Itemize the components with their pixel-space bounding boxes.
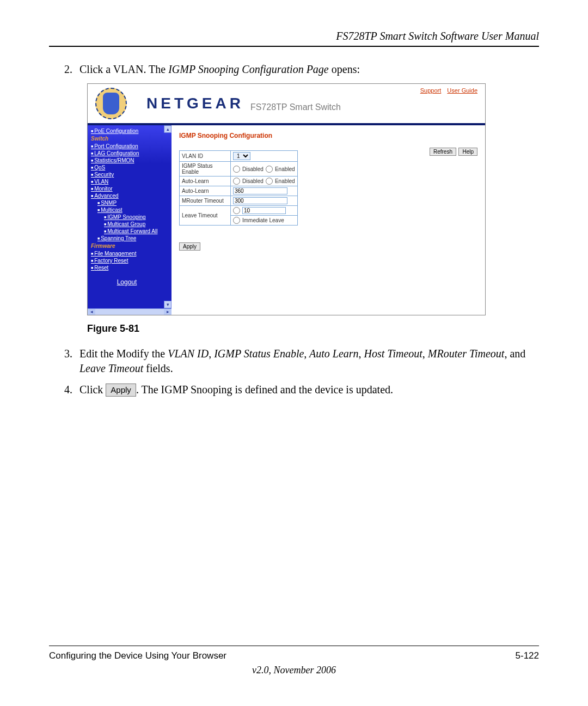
s3j: Leave Timeout [79, 362, 143, 374]
s3d: IGMP Status Enable, Auto Learn [214, 348, 358, 360]
content-title: IGMP Snooping Configuration [179, 132, 477, 139]
footer-left: Configuring the Device Using Your Browse… [49, 650, 226, 661]
step3-number: 3. [64, 346, 79, 376]
scroll-down-icon[interactable]: ▾ [164, 301, 171, 308]
s3a: Edit the Modify the [79, 348, 168, 360]
s3k: fields. [143, 362, 173, 374]
sidebar-item-poe-configuration[interactable]: PoE Configuration [91, 127, 163, 135]
sidebar-item-statistics-rmon[interactable]: Statistics/RMON [91, 157, 163, 164]
s3b: VLAN ID [168, 348, 209, 360]
step2-text-b: IGMP Snooping Configuration Page [168, 63, 329, 75]
host-timeout-label: Auto-Learn [180, 186, 231, 196]
scroll-h[interactable]: ◂ ▸ [88, 308, 171, 315]
screenshot-header: NETGEAR FS728TP Smart Switch Support Use… [88, 84, 485, 123]
step2-number: 2. [64, 62, 79, 77]
auto-learn-enabled-radio[interactable] [266, 178, 273, 185]
netgear-logo [95, 88, 127, 119]
step4-body: Click Apply. The IGMP Snooping is define… [79, 382, 539, 397]
user-guide-link[interactable]: User Guide [447, 87, 477, 94]
apply-button[interactable]: Apply [179, 242, 200, 251]
refresh-button[interactable]: Refresh [430, 148, 456, 156]
sidebar-item-vlan[interactable]: VLAN [91, 178, 163, 185]
sidebar-item-multicast-group[interactable]: Multicast Group [91, 221, 163, 228]
igmp-status-disabled-label: Disabled [242, 166, 264, 172]
igmp-status-enabled-label: Enabled [275, 166, 295, 172]
sidebar-item-snmp[interactable]: SNMP [91, 199, 163, 206]
footer: Configuring the Device Using Your Browse… [49, 646, 539, 676]
igmp-status-disabled-radio[interactable] [233, 166, 240, 173]
footer-right: 5-122 [516, 650, 539, 661]
sidebar-item-igmp-snooping[interactable]: IGMP Snooping [91, 214, 163, 221]
mrouter-timeout-input[interactable] [233, 197, 287, 204]
sidebar-item-multicast-forward-all[interactable]: Multicast Forward All [91, 228, 163, 235]
sidebar-item-advanced[interactable]: Advanced [91, 192, 163, 199]
config-table: VLAN ID 1 IGMP Status Enable Disabled [179, 150, 298, 226]
content-pane: IGMP Snooping Configuration Refresh Help… [171, 125, 485, 315]
brand-name: NETGEAR [146, 95, 244, 112]
sidebar-item-factory-reset[interactable]: Factory Reset [91, 257, 163, 264]
s3c: , [209, 348, 214, 360]
footer-rule [49, 646, 539, 646]
support-link[interactable]: Support [420, 87, 442, 94]
sidebar-item-file-management[interactable]: File Management [91, 250, 163, 257]
top-links: Support User Guide [416, 87, 477, 94]
step2-body: Click a VLAN. The IGMP Snooping Configur… [79, 62, 539, 77]
leave-timeout-immediate-label: Immediate Leave [242, 217, 284, 223]
s4a: Click [79, 384, 106, 395]
sidebar-item-security[interactable]: Security [91, 171, 163, 178]
brand-block: NETGEAR FS728TP Smart Switch [146, 95, 341, 112]
sidebar-section-firmware: Firmware [91, 243, 163, 249]
igmp-status-label: IGMP Status Enable [180, 162, 231, 176]
auto-learn-disabled-label: Disabled [242, 178, 264, 184]
leave-timeout-value-radio[interactable] [233, 207, 240, 214]
figure-caption: Figure 5-81 [87, 323, 539, 334]
sidebar: ▴ PoE Configuration Switch Port Configur… [88, 125, 171, 315]
leave-timeout-input[interactable] [242, 207, 286, 214]
sidebar-item-spanning-tree[interactable]: Spanning Tree [91, 235, 163, 242]
auto-learn-disabled-radio[interactable] [233, 178, 240, 185]
inline-apply-button: Apply [106, 384, 136, 397]
s3f: Host Timeout [364, 348, 422, 360]
sidebar-item-reset[interactable]: Reset [91, 264, 163, 271]
auto-learn-enabled-label: Enabled [275, 178, 295, 184]
help-button[interactable]: Help [458, 148, 477, 156]
step3-body: Edit the Modify the VLAN ID, IGMP Status… [79, 346, 539, 376]
doc-header-title: FS728TP Smart Switch Software User Manua… [49, 30, 539, 42]
igmp-status-enabled-radio[interactable] [266, 166, 273, 173]
sidebar-item-lag-configuration[interactable]: LAG Configuration [91, 150, 163, 157]
sidebar-item-port-configuration[interactable]: Port Configuration [91, 143, 163, 150]
leave-timeout-label: Leave Timeout [180, 206, 231, 226]
s3g: , [422, 348, 428, 360]
footer-version: v2.0, November 2006 [49, 665, 539, 676]
sidebar-item-qos[interactable]: QoS [91, 164, 163, 171]
header-rule [49, 46, 539, 47]
logout-link[interactable]: Logout [91, 278, 163, 287]
sidebar-section-switch: Switch [91, 136, 163, 142]
vlan-id-label: VLAN ID [180, 151, 231, 162]
mrouter-timeout-label: MRouter Timeout [180, 196, 231, 206]
sidebar-item-multicast[interactable]: Multicast [91, 206, 163, 214]
screenshot-figure: NETGEAR FS728TP Smart Switch Support Use… [87, 83, 486, 315]
sidebar-item-monitor[interactable]: Monitor [91, 185, 163, 192]
scroll-up-icon[interactable]: ▴ [164, 125, 171, 133]
leave-timeout-immediate-radio[interactable] [233, 217, 240, 224]
step2-text-c: opens: [329, 63, 360, 75]
vlan-id-select[interactable]: 1 [233, 152, 250, 160]
s4b: . The IGMP Snooping is defined and the d… [136, 384, 393, 395]
step4-number: 4. [64, 382, 79, 397]
s3i: , and [504, 348, 525, 360]
scroll-left-icon[interactable]: ◂ [88, 309, 95, 315]
host-timeout-input[interactable] [233, 187, 287, 194]
scroll-right-icon[interactable]: ▸ [164, 309, 171, 315]
nav: PoE Configuration Switch Port Configurat… [88, 125, 164, 289]
auto-learn-label: Auto-Learn [180, 176, 231, 186]
s3h: MRouter Timeout [428, 348, 505, 360]
step2-text-a: Click a VLAN. The [79, 63, 168, 75]
s3e: , [359, 348, 364, 360]
brand-sub: FS728TP Smart Switch [250, 102, 341, 112]
